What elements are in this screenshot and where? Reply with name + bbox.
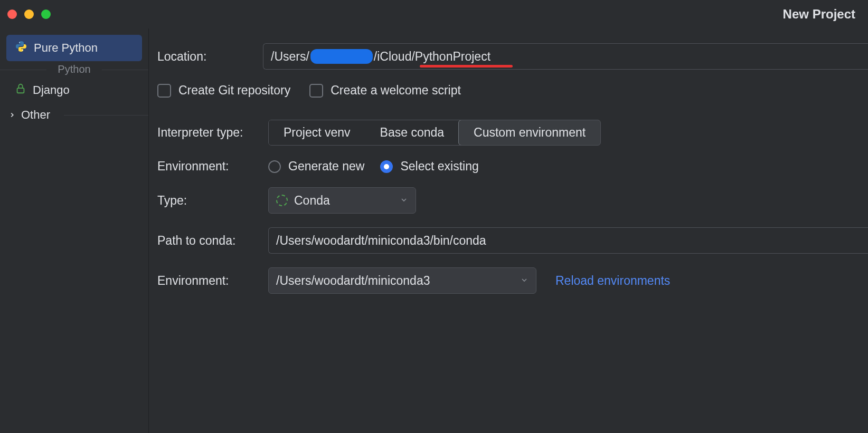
content-area: Pure Python Python Django Other Loca — [0, 28, 868, 433]
type-select-value: Conda — [294, 194, 330, 208]
python-icon — [15, 40, 27, 56]
sidebar-item-label: Django — [33, 83, 70, 97]
environment-select-value: /Users/woodardt/miniconda3 — [276, 274, 430, 288]
close-window-button[interactable] — [7, 9, 17, 19]
git-checkbox-group[interactable]: Create Git repository — [157, 83, 290, 98]
type-row: Type: Conda — [157, 187, 868, 214]
location-label: Location: — [157, 50, 263, 64]
conda-path-label: Path to conda: — [157, 234, 268, 248]
radio-generate-new-label: Generate new — [288, 159, 364, 174]
location-suffix: /iCloud/PythonProject — [374, 50, 490, 64]
location-text: /Users/ /iCloud/PythonProject — [271, 49, 490, 64]
sidebar-item-other[interactable]: Other — [0, 103, 148, 127]
conda-icon — [276, 195, 288, 206]
lock-icon — [15, 83, 26, 98]
git-checkbox-label: Create Git repository — [178, 83, 290, 98]
chevron-down-icon — [400, 194, 408, 207]
sidebar-item-label: Pure Python — [34, 41, 98, 55]
sidebar: Pure Python Python Django Other — [0, 28, 149, 433]
sidebar-other-label: Other — [21, 108, 50, 122]
radio-generate-new[interactable]: Generate new — [268, 159, 364, 174]
conda-path-row: Path to conda: — [157, 227, 868, 254]
sidebar-section-label: Python — [0, 61, 148, 78]
radio-select-existing-label: Select existing — [400, 159, 478, 174]
welcome-checkbox-label: Create a welcome script — [331, 83, 461, 98]
main-panel: Location: /Users/ /iCloud/PythonProject … — [149, 28, 868, 433]
chevron-right-icon — [8, 108, 16, 122]
titlebar: New Project — [0, 0, 868, 28]
environment-label: Environment: — [157, 159, 268, 174]
location-input[interactable]: /Users/ /iCloud/PythonProject — [263, 43, 868, 70]
interpreter-type-label: Interpreter type: — [157, 126, 268, 140]
radio-select-existing-input[interactable] — [380, 160, 393, 173]
type-label: Type: — [157, 194, 268, 208]
segment-custom-environment[interactable]: Custom environment — [458, 120, 601, 146]
interpreter-type-segmented: Project venv Base conda Custom environme… — [268, 120, 601, 146]
underline-annotation — [420, 65, 513, 68]
traffic-lights — [7, 9, 51, 19]
minimize-window-button[interactable] — [24, 9, 34, 19]
welcome-checkbox[interactable] — [309, 84, 323, 98]
conda-path-input[interactable] — [268, 227, 868, 254]
svg-rect-2 — [17, 88, 24, 93]
environment2-label: Environment: — [157, 274, 268, 288]
environment-select-row: Environment: /Users/woodardt/miniconda3 … — [157, 267, 868, 294]
location-prefix: /Users/ — [271, 50, 309, 64]
git-checkbox[interactable] — [157, 84, 171, 98]
environment-select[interactable]: /Users/woodardt/miniconda3 — [268, 267, 536, 294]
type-select[interactable]: Conda — [268, 187, 416, 214]
chevron-down-icon — [520, 274, 529, 287]
svg-point-1 — [22, 50, 23, 51]
environment-radio-row: Environment: Generate new Select existin… — [157, 159, 868, 174]
svg-point-0 — [19, 42, 20, 43]
radio-select-existing[interactable]: Select existing — [380, 159, 478, 174]
sidebar-item-pure-python[interactable]: Pure Python — [6, 35, 142, 61]
maximize-window-button[interactable] — [41, 9, 51, 19]
interpreter-type-row: Interpreter type: Project venv Base cond… — [157, 120, 868, 146]
location-row: Location: /Users/ /iCloud/PythonProject — [157, 43, 868, 70]
segment-base-conda[interactable]: Base conda — [365, 120, 459, 145]
sidebar-item-django[interactable]: Django — [6, 78, 142, 103]
reload-environments-link[interactable]: Reload environments — [555, 274, 670, 288]
welcome-checkbox-group[interactable]: Create a welcome script — [309, 83, 461, 98]
checkboxes-row: Create Git repository Create a welcome s… — [157, 83, 868, 98]
segment-project-venv[interactable]: Project venv — [269, 120, 365, 145]
window-title: New Project — [783, 7, 855, 22]
redacted-annotation — [310, 49, 373, 64]
radio-generate-new-input[interactable] — [268, 160, 281, 173]
divider — [64, 115, 148, 116]
